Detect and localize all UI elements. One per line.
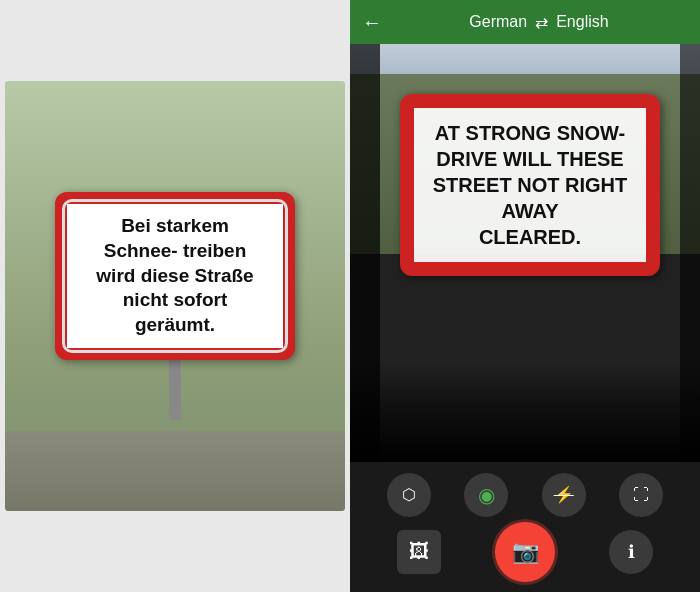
eye-button[interactable]: ◉ bbox=[464, 473, 508, 517]
source-language: German bbox=[469, 13, 527, 31]
language-selector[interactable]: German ⇄ English bbox=[390, 13, 688, 32]
target-language: English bbox=[556, 13, 608, 31]
swap-languages-icon[interactable]: ⇄ bbox=[535, 13, 548, 32]
fullscreen-button[interactable]: ⛶ bbox=[619, 473, 663, 517]
camera-icon: 📷 bbox=[512, 539, 539, 565]
controls-row-top: ⬡ ◉ ⚡ ⛶ bbox=[350, 473, 700, 517]
camera-view: AT STRONG SNOW-DRIVE WILL THESESTREET NO… bbox=[350, 44, 700, 462]
sign-container-left: Bei starkem Schnee- treiben wird diese S… bbox=[55, 192, 295, 419]
translated-sign-container: AT STRONG SNOW-DRIVE WILL THESESTREET NO… bbox=[390, 94, 670, 276]
left-panel: Bei starkem Schnee- treiben wird diese S… bbox=[0, 0, 350, 592]
german-sign-text: Bei starkem Schnee- treiben wird diese S… bbox=[82, 214, 268, 337]
capture-button[interactable]: 📷 bbox=[495, 522, 555, 582]
translated-sign-text: AT STRONG SNOW-DRIVE WILL THESESTREET NO… bbox=[429, 120, 631, 250]
eraser-button[interactable]: ⬡ bbox=[387, 473, 431, 517]
eye-icon: ◉ bbox=[478, 483, 495, 507]
original-photo: Bei starkem Schnee- treiben wird diese S… bbox=[5, 81, 345, 511]
back-button[interactable]: ← bbox=[362, 11, 382, 34]
right-panel: ← German ⇄ English AT STRONG SNOW-DRIVE … bbox=[350, 0, 700, 592]
gallery-icon: 🖼 bbox=[409, 540, 429, 563]
road-bg bbox=[5, 431, 345, 511]
info-icon: ℹ bbox=[628, 541, 635, 563]
sign-pole-left bbox=[169, 360, 181, 420]
eraser-icon: ⬡ bbox=[402, 485, 416, 504]
controls-row-bottom: 🖼 📷 ℹ bbox=[350, 522, 700, 582]
fullscreen-icon: ⛶ bbox=[633, 486, 649, 504]
german-sign: Bei starkem Schnee- treiben wird diese S… bbox=[55, 192, 295, 359]
flash-off-icon: ⚡ bbox=[554, 485, 574, 504]
translated-sign: AT STRONG SNOW-DRIVE WILL THESESTREET NO… bbox=[400, 94, 660, 276]
top-bar: ← German ⇄ English bbox=[350, 0, 700, 44]
info-button[interactable]: ℹ bbox=[609, 530, 653, 574]
bottom-controls-bar: ⬡ ◉ ⚡ ⛶ 🖼 📷 ℹ bbox=[350, 462, 700, 592]
gallery-button[interactable]: 🖼 bbox=[397, 530, 441, 574]
cam-bottom-dark bbox=[350, 362, 700, 462]
flash-button[interactable]: ⚡ bbox=[542, 473, 586, 517]
